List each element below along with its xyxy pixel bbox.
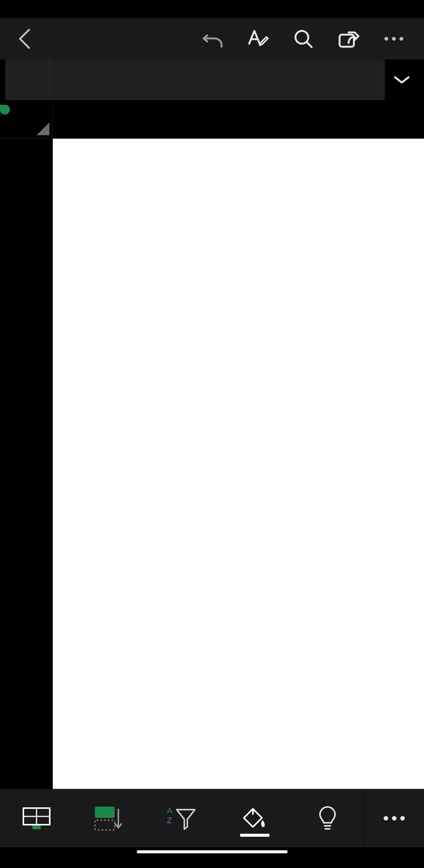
sheets-tab-button[interactable] <box>0 789 73 847</box>
cells-area[interactable] <box>53 139 424 789</box>
title-bar <box>0 0 424 18</box>
back-button[interactable] <box>8 18 41 60</box>
formula-expand-button[interactable] <box>385 60 419 100</box>
svg-point-18 <box>384 816 388 821</box>
svg-point-6 <box>400 37 403 41</box>
card-view-button[interactable] <box>73 789 145 847</box>
search-button[interactable] <box>281 18 326 60</box>
active-tab-indicator <box>240 834 269 837</box>
svg-point-20 <box>400 816 405 821</box>
bottom-toolbar: A Z <box>0 789 424 847</box>
formula-input[interactable] <box>50 60 385 100</box>
bottom-more-button[interactable] <box>364 789 424 847</box>
svg-point-19 <box>392 816 396 821</box>
select-all-triangle-icon <box>37 122 49 135</box>
share-button[interactable] <box>326 18 371 60</box>
ideas-button[interactable] <box>291 789 364 847</box>
top-toolbar <box>0 18 424 60</box>
svg-point-4 <box>384 37 388 41</box>
svg-point-5 <box>392 37 396 41</box>
more-button[interactable] <box>371 18 416 60</box>
formula-bar <box>0 60 424 100</box>
selection-handle-bottom-right[interactable] <box>0 105 10 115</box>
home-indicator <box>137 850 288 853</box>
sort-filter-button[interactable]: A Z <box>145 789 218 847</box>
svg-rect-12 <box>95 820 115 830</box>
undo-button[interactable] <box>190 18 236 60</box>
spreadsheet-grid[interactable] <box>0 105 424 789</box>
svg-text:A: A <box>167 806 173 815</box>
svg-rect-10 <box>32 825 41 829</box>
format-button[interactable] <box>236 18 281 60</box>
fill-button[interactable] <box>218 789 291 847</box>
fx-label-cell[interactable] <box>5 60 50 100</box>
svg-rect-11 <box>95 807 115 818</box>
svg-line-2 <box>307 42 312 47</box>
svg-text:Z: Z <box>167 816 172 825</box>
home-indicator-area <box>0 847 424 868</box>
